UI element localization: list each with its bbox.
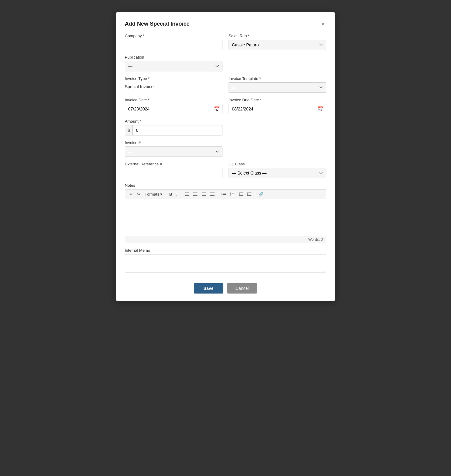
notes-label: Notes — [125, 183, 326, 188]
close-button[interactable]: × — [319, 21, 326, 27]
internal-memo-label: Internal Memo — [125, 248, 326, 253]
row-amount: Amount * $ — [125, 119, 326, 135]
align-right-button[interactable] — [200, 192, 208, 197]
invoice-num-select[interactable]: — — [125, 146, 222, 157]
svg-rect-10 — [210, 194, 215, 194]
row-invoice-num: Invoice # — — [125, 140, 326, 157]
row-internal-memo: Internal Memo — [125, 248, 326, 272]
svg-rect-9 — [210, 193, 215, 193]
external-ref-input[interactable] — [125, 168, 222, 178]
external-ref-group: External Reference # — [125, 162, 222, 178]
notes-editor: ↩ ↪ Formats ▾ B I — [125, 189, 326, 243]
invoice-template-select[interactable]: — — [229, 82, 326, 93]
amount-spacer — [229, 119, 326, 135]
notes-content-area[interactable] — [125, 199, 326, 236]
cancel-button[interactable]: Cancel — [227, 283, 258, 294]
svg-rect-2 — [185, 195, 189, 196]
publication-select[interactable]: — — [125, 61, 222, 71]
row-publication: Publication — — [125, 55, 326, 71]
svg-rect-8 — [202, 195, 206, 196]
redo-button[interactable]: ↪ — [135, 191, 142, 197]
notes-group: Notes ↩ ↪ Formats ▾ B — [125, 183, 326, 243]
svg-rect-22 — [239, 195, 243, 196]
sales-rep-group: Sales Rep * Cassie Pataro — [229, 34, 326, 50]
bold-button[interactable]: B — [168, 191, 174, 197]
toolbar-divider-4 — [255, 192, 255, 197]
modal-title: Add New Special Invoice — [125, 21, 189, 27]
outdent-button[interactable] — [237, 192, 245, 197]
invoice-type-label: Invoice Type * — [125, 76, 222, 81]
svg-rect-15 — [223, 194, 226, 195]
sales-rep-select[interactable]: Cassie Pataro — [229, 40, 326, 50]
ordered-list-button[interactable]: 1.2. — [228, 192, 236, 197]
svg-rect-5 — [193, 195, 197, 196]
gl-class-group: GL Class — Select Class — — [229, 162, 326, 178]
link-icon: 🔗 — [258, 192, 263, 197]
invoice-num-label: Invoice # — [125, 140, 222, 145]
svg-rect-19 — [232, 195, 234, 195]
invoice-date-label: Invoice Date * — [125, 98, 222, 102]
align-right-icon — [202, 193, 206, 196]
bullet-list-button[interactable] — [220, 192, 228, 197]
link-button[interactable]: 🔗 — [257, 191, 265, 197]
undo-button[interactable]: ↩ — [128, 191, 135, 197]
align-justify-button[interactable] — [208, 192, 216, 197]
invoice-template-group: Invoice Template * — — [229, 76, 326, 93]
svg-rect-0 — [185, 193, 189, 193]
align-justify-icon — [210, 193, 215, 196]
row-dates: Invoice Date * 📅 Invoice Due Date * 📅 — [125, 98, 326, 114]
invoice-due-date-group: Invoice Due Date * 📅 — [229, 98, 326, 114]
toolbar-divider-1 — [166, 192, 166, 197]
amount-group: Amount * $ — [125, 119, 222, 135]
svg-rect-24 — [248, 194, 251, 194]
footer-divider — [125, 278, 326, 278]
amount-prefix: $ — [125, 125, 133, 135]
svg-rect-1 — [185, 194, 188, 194]
gl-class-select[interactable]: — Select Class — — [229, 168, 326, 178]
align-center-button[interactable] — [191, 192, 199, 197]
invoice-template-label: Invoice Template * — [229, 76, 326, 81]
svg-rect-21 — [240, 194, 243, 194]
company-label: Company * — [125, 34, 222, 38]
svg-rect-20 — [239, 193, 243, 193]
svg-rect-11 — [210, 195, 215, 196]
row-invoice-type-template: Invoice Type * Special Invoice Invoice T… — [125, 76, 326, 93]
publication-group: Publication — — [125, 55, 222, 71]
invoice-due-date-input[interactable] — [229, 104, 326, 114]
indent-icon — [247, 193, 251, 196]
invoice-num-group: Invoice # — — [125, 140, 222, 157]
svg-point-14 — [222, 194, 222, 195]
formats-button[interactable]: Formats ▾ — [143, 191, 164, 197]
invoice-date-wrapper: 📅 — [125, 104, 222, 114]
internal-memo-textarea[interactable] — [125, 254, 326, 272]
svg-rect-3 — [193, 193, 197, 193]
formats-arrow: ▾ — [160, 192, 162, 197]
align-left-button[interactable] — [183, 192, 191, 197]
toolbar-divider-2 — [181, 192, 181, 197]
svg-rect-13 — [223, 193, 226, 193]
amount-label: Amount * — [125, 119, 222, 124]
redo-icon: ↪ — [137, 192, 140, 197]
save-button[interactable]: Save — [194, 283, 223, 294]
ordered-list-icon: 1.2. — [230, 193, 234, 196]
row-notes: Notes ↩ ↪ Formats ▾ B — [125, 183, 326, 243]
svg-rect-6 — [202, 193, 206, 193]
company-group: Company * — [125, 34, 222, 50]
undo-icon: ↩ — [129, 192, 133, 197]
indent-button[interactable] — [245, 192, 253, 197]
outdent-icon — [239, 193, 243, 196]
row-company-salesrep: Company * Sales Rep * Cassie Pataro — [125, 34, 326, 50]
editor-footer: Words: 0 — [125, 236, 326, 243]
invoice-date-group: Invoice Date * 📅 — [125, 98, 222, 114]
formats-label: Formats — [145, 192, 159, 197]
company-input[interactable] — [125, 40, 222, 50]
svg-text:2.: 2. — [230, 194, 231, 196]
external-ref-label: External Reference # — [125, 162, 222, 166]
word-count: Words: 0 — [308, 237, 323, 242]
italic-button[interactable]: I — [175, 191, 179, 197]
svg-rect-7 — [203, 194, 206, 194]
invoice-due-date-label: Invoice Due Date * — [229, 98, 326, 102]
editor-toolbar: ↩ ↪ Formats ▾ B I — [125, 189, 326, 199]
amount-input[interactable] — [133, 125, 222, 135]
invoice-date-input[interactable] — [125, 104, 222, 114]
